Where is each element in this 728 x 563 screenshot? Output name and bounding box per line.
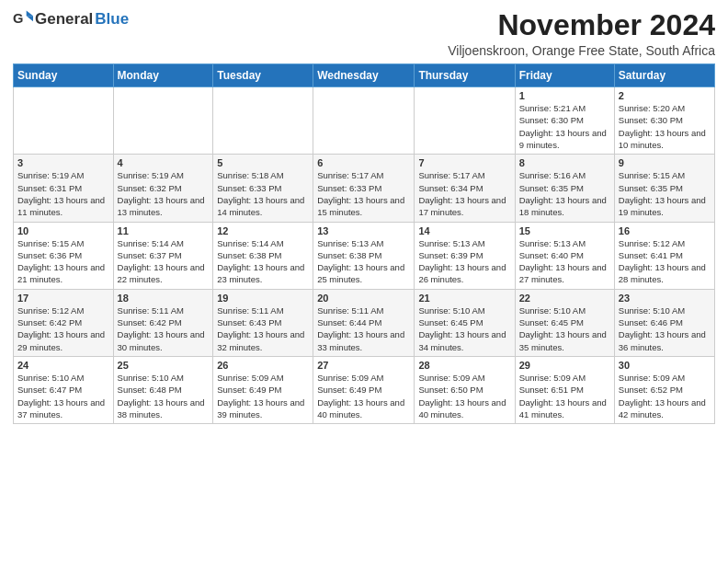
day-info: Sunrise: 5:12 AM Sunset: 6:42 PM Dayligh… — [17, 304, 109, 353]
logo-general-text: General — [35, 10, 93, 29]
day-info: Sunrise: 5:19 AM Sunset: 6:32 PM Dayligh… — [118, 169, 210, 218]
day-info: Sunrise: 5:20 AM Sunset: 6:30 PM Dayligh… — [619, 102, 711, 151]
day-info: Sunrise: 5:09 AM Sunset: 6:52 PM Dayligh… — [619, 372, 711, 420]
day-info: Sunrise: 5:09 AM Sunset: 6:49 PM Dayligh… — [217, 372, 309, 420]
calendar-day-cell: 3Sunrise: 5:19 AM Sunset: 6:31 PM Daylig… — [14, 155, 114, 222]
day-number: 28 — [418, 360, 510, 371]
calendar-day-cell: 29Sunrise: 5:09 AM Sunset: 6:51 PM Dayli… — [515, 356, 614, 423]
calendar-day-cell — [113, 87, 213, 155]
day-number: 30 — [619, 360, 711, 371]
logo-blue-text: Blue — [95, 10, 129, 29]
calendar-day-cell: 8Sunrise: 5:16 AM Sunset: 6:35 PM Daylig… — [515, 155, 614, 222]
day-number: 19 — [217, 293, 309, 304]
title-block: November 2024 Viljoenskroon, Orange Free… — [448, 9, 715, 58]
logo: G General Blue — [13, 9, 129, 29]
day-number: 2 — [619, 90, 711, 101]
calendar-day-cell: 17Sunrise: 5:12 AM Sunset: 6:42 PM Dayli… — [14, 289, 114, 356]
day-number: 9 — [619, 157, 711, 168]
header: G General Blue November 2024 Viljoenskro… — [13, 9, 715, 58]
day-info: Sunrise: 5:11 AM Sunset: 6:44 PM Dayligh… — [317, 304, 410, 353]
day-info: Sunrise: 5:10 AM Sunset: 6:46 PM Dayligh… — [619, 304, 711, 353]
day-number: 21 — [418, 293, 510, 304]
day-number: 17 — [17, 293, 109, 304]
calendar-day-cell: 22Sunrise: 5:10 AM Sunset: 6:45 PM Dayli… — [515, 289, 614, 356]
day-number: 3 — [17, 157, 109, 168]
day-number: 26 — [217, 360, 309, 371]
calendar-day-cell — [313, 87, 415, 155]
calendar-day-cell: 15Sunrise: 5:13 AM Sunset: 6:40 PM Dayli… — [515, 222, 614, 289]
calendar-week-row: 3Sunrise: 5:19 AM Sunset: 6:31 PM Daylig… — [14, 155, 715, 222]
day-number: 25 — [118, 360, 210, 371]
day-of-week-header: Sunday — [14, 64, 114, 87]
month-title: November 2024 — [448, 9, 715, 41]
day-info: Sunrise: 5:10 AM Sunset: 6:45 PM Dayligh… — [418, 304, 510, 353]
day-number: 15 — [519, 225, 610, 236]
day-info: Sunrise: 5:15 AM Sunset: 6:36 PM Dayligh… — [17, 237, 109, 286]
day-number: 22 — [519, 293, 610, 304]
day-info: Sunrise: 5:09 AM Sunset: 6:50 PM Dayligh… — [418, 372, 510, 420]
calendar-day-cell: 10Sunrise: 5:15 AM Sunset: 6:36 PM Dayli… — [14, 222, 114, 289]
day-info: Sunrise: 5:13 AM Sunset: 6:40 PM Dayligh… — [519, 237, 610, 286]
calendar-day-cell: 5Sunrise: 5:18 AM Sunset: 6:33 PM Daylig… — [213, 155, 313, 222]
day-info: Sunrise: 5:16 AM Sunset: 6:35 PM Dayligh… — [519, 169, 610, 218]
calendar-day-cell: 24Sunrise: 5:10 AM Sunset: 6:47 PM Dayli… — [14, 356, 114, 423]
calendar-day-cell: 16Sunrise: 5:12 AM Sunset: 6:41 PM Dayli… — [614, 222, 714, 289]
day-number: 5 — [217, 157, 309, 168]
day-number: 12 — [217, 225, 309, 236]
calendar-week-row: 17Sunrise: 5:12 AM Sunset: 6:42 PM Dayli… — [14, 289, 715, 356]
calendar-day-cell: 18Sunrise: 5:11 AM Sunset: 6:42 PM Dayli… — [113, 289, 213, 356]
calendar-day-cell: 2Sunrise: 5:20 AM Sunset: 6:30 PM Daylig… — [614, 87, 714, 155]
calendar-body: 1Sunrise: 5:21 AM Sunset: 6:30 PM Daylig… — [14, 87, 715, 424]
calendar-day-cell — [415, 87, 515, 155]
calendar-day-cell: 23Sunrise: 5:10 AM Sunset: 6:46 PM Dayli… — [614, 289, 714, 356]
calendar-week-row: 24Sunrise: 5:10 AM Sunset: 6:47 PM Dayli… — [14, 356, 715, 423]
calendar-day-cell: 28Sunrise: 5:09 AM Sunset: 6:50 PM Dayli… — [415, 356, 515, 423]
day-number: 10 — [17, 225, 109, 236]
day-info: Sunrise: 5:14 AM Sunset: 6:38 PM Dayligh… — [217, 237, 309, 286]
day-info: Sunrise: 5:10 AM Sunset: 6:48 PM Dayligh… — [118, 372, 210, 420]
day-info: Sunrise: 5:14 AM Sunset: 6:37 PM Dayligh… — [118, 237, 210, 286]
calendar-week-row: 10Sunrise: 5:15 AM Sunset: 6:36 PM Dayli… — [14, 222, 715, 289]
calendar-day-cell — [14, 87, 114, 155]
day-info: Sunrise: 5:17 AM Sunset: 6:33 PM Dayligh… — [317, 169, 410, 218]
day-info: Sunrise: 5:21 AM Sunset: 6:30 PM Dayligh… — [519, 102, 610, 151]
days-header-row: SundayMondayTuesdayWednesdayThursdayFrid… — [14, 64, 715, 87]
calendar-table: SundayMondayTuesdayWednesdayThursdayFrid… — [13, 63, 715, 424]
day-number: 8 — [519, 157, 610, 168]
location-subtitle: Viljoenskroon, Orange Free State, South … — [448, 43, 715, 58]
calendar-day-cell: 7Sunrise: 5:17 AM Sunset: 6:34 PM Daylig… — [415, 155, 515, 222]
calendar-day-cell: 6Sunrise: 5:17 AM Sunset: 6:33 PM Daylig… — [313, 155, 415, 222]
calendar-day-cell: 25Sunrise: 5:10 AM Sunset: 6:48 PM Dayli… — [113, 356, 213, 423]
day-info: Sunrise: 5:11 AM Sunset: 6:43 PM Dayligh… — [217, 304, 309, 353]
day-number: 16 — [619, 225, 711, 236]
calendar-day-cell — [213, 87, 313, 155]
calendar-header: SundayMondayTuesdayWednesdayThursdayFrid… — [14, 64, 715, 87]
day-number: 29 — [519, 360, 610, 371]
day-info: Sunrise: 5:13 AM Sunset: 6:39 PM Dayligh… — [418, 237, 510, 286]
day-info: Sunrise: 5:13 AM Sunset: 6:38 PM Dayligh… — [317, 237, 410, 286]
calendar-day-cell: 4Sunrise: 5:19 AM Sunset: 6:32 PM Daylig… — [113, 155, 213, 222]
calendar-week-row: 1Sunrise: 5:21 AM Sunset: 6:30 PM Daylig… — [14, 87, 715, 155]
calendar-day-cell: 1Sunrise: 5:21 AM Sunset: 6:30 PM Daylig… — [515, 87, 614, 155]
day-number: 14 — [418, 225, 510, 236]
day-number: 1 — [519, 90, 610, 101]
day-number: 24 — [17, 360, 109, 371]
day-of-week-header: Friday — [515, 64, 614, 87]
day-info: Sunrise: 5:15 AM Sunset: 6:35 PM Dayligh… — [619, 169, 711, 218]
svg-marker-1 — [27, 10, 33, 16]
day-number: 18 — [118, 293, 210, 304]
day-info: Sunrise: 5:18 AM Sunset: 6:33 PM Dayligh… — [217, 169, 309, 218]
day-of-week-header: Wednesday — [313, 64, 415, 87]
calendar-day-cell: 30Sunrise: 5:09 AM Sunset: 6:52 PM Dayli… — [614, 356, 714, 423]
calendar-day-cell: 9Sunrise: 5:15 AM Sunset: 6:35 PM Daylig… — [614, 155, 714, 222]
calendar-day-cell: 12Sunrise: 5:14 AM Sunset: 6:38 PM Dayli… — [213, 222, 313, 289]
page-container: G General Blue November 2024 Viljoenskro… — [0, 0, 728, 433]
svg-marker-2 — [27, 16, 33, 21]
day-of-week-header: Tuesday — [213, 64, 313, 87]
calendar-day-cell: 20Sunrise: 5:11 AM Sunset: 6:44 PM Dayli… — [313, 289, 415, 356]
day-number: 27 — [317, 360, 410, 371]
day-number: 6 — [317, 157, 410, 168]
calendar-day-cell: 21Sunrise: 5:10 AM Sunset: 6:45 PM Dayli… — [415, 289, 515, 356]
day-info: Sunrise: 5:09 AM Sunset: 6:49 PM Dayligh… — [317, 372, 410, 420]
day-info: Sunrise: 5:12 AM Sunset: 6:41 PM Dayligh… — [619, 237, 711, 286]
